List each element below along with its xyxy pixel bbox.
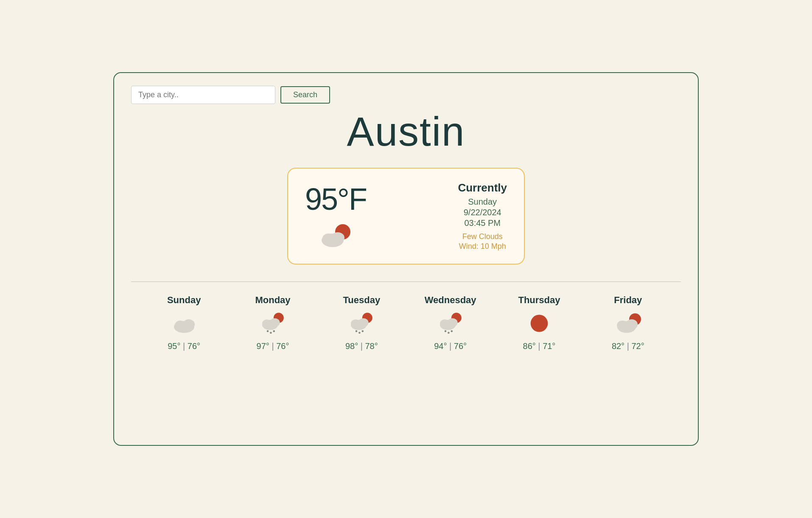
svg-point-27 — [451, 330, 453, 332]
forecast-row: Sunday 95° | 76° Monday — [131, 295, 681, 351]
svg-point-11 — [267, 330, 269, 332]
forecast-temps-monday: 97° | 76° — [257, 341, 289, 351]
forecast-day-name: Monday — [255, 295, 290, 306]
svg-point-6 — [183, 319, 195, 329]
current-weather-card: 95°F Currently Sunday 9/22/2024 03:45 PM… — [287, 168, 525, 265]
svg-point-24 — [447, 318, 457, 327]
card-left: 95°F — [305, 182, 367, 251]
svg-point-12 — [270, 332, 272, 334]
search-row: Search — [131, 86, 681, 104]
current-day: Sunday — [458, 197, 507, 207]
search-input[interactable] — [131, 86, 275, 104]
svg-point-17 — [358, 318, 369, 327]
forecast-day-name: Wednesday — [425, 295, 476, 306]
svg-point-20 — [362, 330, 364, 332]
forecast-temps-sunday: 95° | 76° — [168, 341, 200, 351]
app-container: Search Austin 95°F Currently Sunday 9/22… — [113, 72, 699, 446]
forecast-icon-wednesday — [436, 311, 465, 336]
temperature-display: 95°F — [305, 182, 367, 217]
forecast-icon-sunday — [169, 311, 199, 336]
forecast-day-name: Sunday — [167, 295, 201, 306]
forecast-thursday: Thursday 86° | 71° — [512, 295, 567, 351]
card-right: Currently Sunday 9/22/2024 03:45 PM Few … — [458, 181, 507, 251]
current-time: 03:45 PM — [458, 218, 507, 228]
svg-point-19 — [358, 332, 361, 334]
forecast-day-name: Tuesday — [343, 295, 381, 306]
wind-text: Wind: 10 Mph — [458, 242, 507, 251]
svg-point-26 — [448, 332, 450, 334]
currently-label: Currently — [458, 181, 507, 194]
svg-point-28 — [531, 315, 548, 332]
svg-point-32 — [626, 319, 638, 329]
search-button[interactable]: Search — [280, 86, 330, 104]
forecast-icon-tuesday — [347, 311, 376, 336]
svg-point-13 — [273, 330, 275, 332]
svg-point-10 — [270, 318, 280, 327]
svg-point-3 — [331, 232, 344, 243]
forecast-tuesday: Tuesday 98° | 78° — [334, 295, 389, 351]
forecast-day-name: Friday — [614, 295, 642, 306]
forecast-temps-tuesday: 98° | 78° — [345, 341, 378, 351]
svg-point-18 — [356, 330, 358, 332]
divider — [131, 282, 681, 282]
forecast-temps-thursday: 86° | 71° — [523, 341, 556, 351]
city-title: Austin — [131, 108, 681, 155]
current-weather-icon — [316, 221, 355, 251]
forecast-icon-friday — [613, 311, 643, 336]
forecast-friday: Friday 82° | 72° — [600, 295, 655, 351]
forecast-temps-friday: 82° | 72° — [612, 341, 644, 351]
current-date: 9/22/2024 — [458, 208, 507, 217]
forecast-day-name: Thursday — [518, 295, 560, 306]
forecast-wednesday: Wednesday 94° | 76° — [423, 295, 478, 351]
condition-text: Few Clouds — [458, 232, 507, 241]
forecast-sunday: Sunday 95° | 76° — [157, 295, 212, 351]
forecast-icon-monday — [258, 311, 288, 336]
forecast-monday: Monday 97° | 76° — [245, 295, 300, 351]
forecast-temps-wednesday: 94° | 76° — [434, 341, 467, 351]
svg-point-25 — [444, 330, 446, 332]
forecast-icon-thursday — [524, 311, 554, 336]
